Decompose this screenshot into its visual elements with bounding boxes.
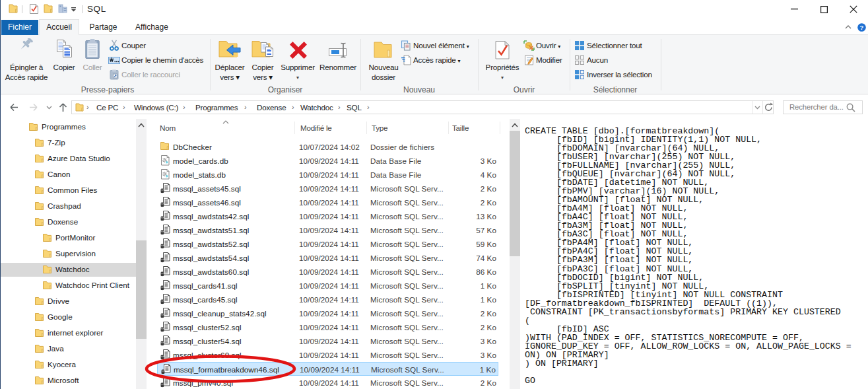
svg-text:?: ? bbox=[860, 24, 864, 31]
